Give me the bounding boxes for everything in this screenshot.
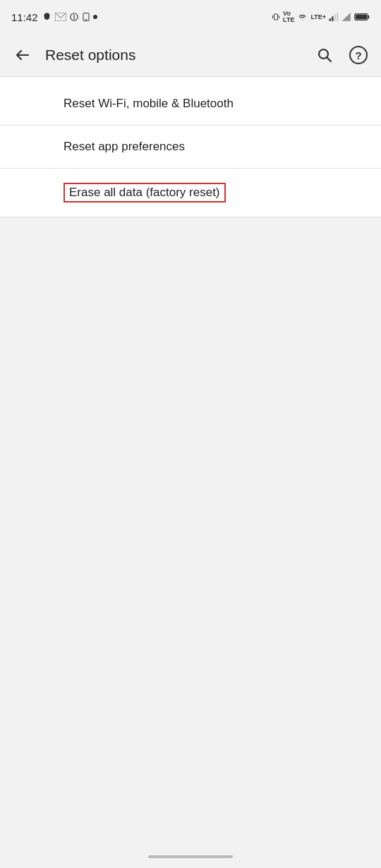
phone-icon [82,12,90,22]
divider-3 [0,217,381,217]
content-area: Reset Wi-Fi, mobile & Bluetooth Reset ap… [0,77,381,217]
bottom-nav-indicator [148,855,233,858]
menu-item-factory-reset-label: Erase all data (factory reset) [64,183,226,203]
svg-rect-10 [334,15,336,21]
svg-rect-4 [85,19,87,20]
svg-rect-8 [329,18,331,21]
help-button[interactable]: ? [344,41,373,69]
vibrate-icon [272,12,280,22]
status-bar-right: VoLTE LTE+ [272,11,370,23]
status-time: 11:42 [11,11,38,23]
search-button[interactable] [310,41,339,69]
back-button[interactable] [8,41,37,69]
gmail-icon [55,13,66,21]
signal-diagonal-icon [341,12,351,22]
status-bar-left: 11:42 [11,11,97,23]
svg-rect-11 [337,13,338,21]
menu-item-app-prefs[interactable]: Reset app preferences [0,126,381,168]
svg-rect-13 [368,16,369,18]
battery-icon [354,13,370,21]
signal-text-icon: VoLTE [283,11,294,23]
app-bar-actions: ? [310,41,373,69]
status-icons-left [42,12,97,22]
svg-rect-14 [356,15,367,20]
menu-item-factory-reset[interactable]: Erase all data (factory reset) [0,169,381,217]
lte-plus-icon: LTE+ [310,13,326,20]
svg-rect-9 [332,16,333,20]
status-bar: 11:42 [0,0,381,34]
wifi-icon [297,13,308,21]
notification-dot [93,15,97,19]
circle-icon [69,12,79,22]
app-bar: Reset options ? [0,34,381,76]
svg-rect-5 [274,14,278,20]
menu-item-app-prefs-label: Reset app preferences [64,140,185,154]
signal-bars-icon [329,12,339,22]
back-arrow-icon [14,47,31,64]
menu-item-wifi-reset-label: Reset Wi-Fi, mobile & Bluetooth [64,97,234,111]
menu-item-wifi-reset[interactable]: Reset Wi-Fi, mobile & Bluetooth [0,83,381,125]
page-title: Reset options [45,47,302,64]
snapchat-icon [42,12,52,22]
search-icon [316,47,333,64]
help-circle-icon: ? [349,46,368,64]
